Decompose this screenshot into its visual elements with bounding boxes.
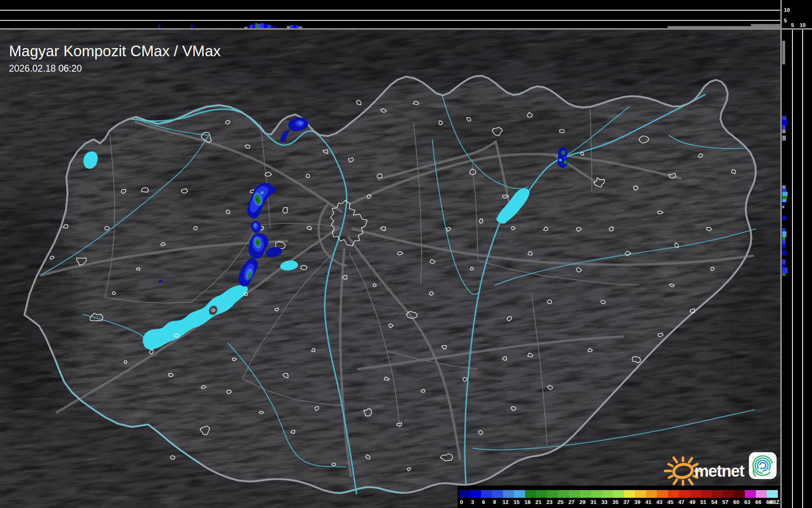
radar-echo-tokaj [558, 147, 567, 168]
legend-label: 54 [711, 499, 718, 505]
top-profile-bg [0, 0, 780, 28]
legend-label: 45 [667, 499, 674, 505]
right-profile-bar [782, 120, 787, 125]
legend-label: 66 [755, 499, 762, 505]
legend-label: 39 [634, 499, 640, 505]
legend-label: 3 [471, 499, 474, 505]
right-profile-bar [782, 268, 788, 273]
top-profile-bar [158, 25, 160, 28]
top-profile-bar [264, 24, 267, 28]
right-profile-bar [782, 199, 786, 202]
right-profile-bar [782, 244, 785, 249]
legend-swatch [514, 490, 525, 498]
legend-swatch [767, 490, 778, 498]
legend-swatch [580, 490, 591, 498]
legend-swatch [602, 490, 613, 498]
right-profile-bar [782, 259, 786, 264]
legend-label: 6 [482, 499, 485, 505]
timestamp: 2026.02.18 06:20 [9, 63, 82, 74]
legend-label: 18 [524, 499, 531, 505]
profile-axis-corner: 10 5 5 10 [782, 0, 812, 28]
right-scale-label-5: 5 [791, 22, 794, 28]
top-profile-bar [293, 25, 296, 28]
legend-swatch [690, 490, 701, 498]
right-profile-bar [782, 237, 786, 240]
legend-label: 12 [502, 499, 508, 505]
top-profile-bar [668, 26, 751, 28]
sun-ray [669, 476, 672, 477]
right-profile-bar [782, 136, 786, 141]
top-profile-bar [247, 26, 250, 28]
radar-composite-screenshot: Magyar Kompozit CMax / VMax 2026.02.18 0… [0, 0, 812, 508]
legend-color-scale [459, 490, 778, 498]
legend-label: 27 [568, 499, 574, 505]
legend-label: 47 [678, 499, 684, 505]
right-profile-bar [782, 116, 786, 120]
legend-swatch [734, 490, 745, 498]
top-profile-bar [274, 26, 277, 28]
right-profile-bar [782, 41, 785, 64]
horizontal-axis-line [0, 28, 812, 30]
legend-unit: dBZ [769, 499, 779, 505]
right-profile-strip [782, 30, 812, 508]
legend-label: 37 [623, 499, 629, 505]
top-profile-bar [260, 23, 264, 28]
right-profile-bar [782, 189, 786, 192]
top-profile-bar [290, 25, 293, 28]
metnet-app-icon [749, 452, 777, 479]
legend-label: 41 [645, 499, 652, 505]
right-profile-bar [782, 228, 785, 231]
legend-swatch [701, 490, 712, 498]
legend-label: 15 [513, 499, 520, 505]
right-profile-bar [782, 196, 787, 199]
top-profile-strip [0, 0, 781, 28]
right-profile-bar [782, 130, 786, 133]
legend-swatch [657, 490, 668, 498]
right-profile-bar [782, 273, 786, 276]
sun-ray [668, 464, 672, 466]
legend-swatch [470, 490, 481, 498]
legend-swatch [668, 490, 679, 498]
legend-swatch [635, 490, 646, 498]
legend-swatch [492, 490, 503, 498]
top-profile-bar [287, 26, 290, 28]
corner-bg [782, 0, 812, 28]
top-profile-bar [267, 25, 271, 28]
legend-label: 0 [460, 499, 463, 505]
right-profile-bar [782, 216, 786, 220]
right-profile-bar [782, 206, 784, 208]
legend-swatch [624, 490, 635, 498]
page-title: Magyar Kompozit CMax / VMax [9, 43, 221, 59]
legend-swatch [503, 490, 514, 498]
map-area: Magyar Kompozit CMax / VMax 2026.02.18 0… [0, 0, 812, 508]
top-profile-bar [255, 23, 258, 28]
legend-swatch [547, 490, 558, 498]
top-scale-label-10: 10 [784, 7, 790, 13]
legend-label: 29 [579, 499, 585, 505]
right-scale-label-10: 10 [800, 22, 805, 28]
top-profile-bar [751, 24, 781, 28]
legend-label: 63 [744, 499, 751, 505]
legend-label: 23 [546, 499, 553, 505]
legend-value-labels: 0369121518212325272931333537394143454749… [460, 499, 772, 505]
top-profile-bar [299, 26, 302, 28]
legend-swatch [756, 490, 767, 498]
legend-label: 33 [601, 499, 608, 505]
legend-label: 60 [733, 499, 739, 505]
top-profile-bar [271, 26, 274, 28]
legend-swatch [558, 490, 569, 498]
dbz-legend: 0369121518212325272931333537394143454749… [457, 486, 780, 508]
top-profile-bar [258, 24, 260, 28]
right-profile-bar [782, 251, 786, 255]
legend-swatch [591, 490, 602, 498]
right-profile-bar [782, 231, 786, 237]
legend-label: 21 [535, 499, 542, 505]
legend-swatch [712, 490, 723, 498]
top-profile-bar [244, 27, 247, 28]
legend-swatch [745, 490, 756, 498]
legend-label: 9 [493, 499, 496, 505]
right-profile-bar [782, 264, 786, 268]
right-profile-bar [782, 202, 785, 205]
legend-label: 57 [722, 499, 728, 505]
legend-swatch [613, 490, 624, 498]
